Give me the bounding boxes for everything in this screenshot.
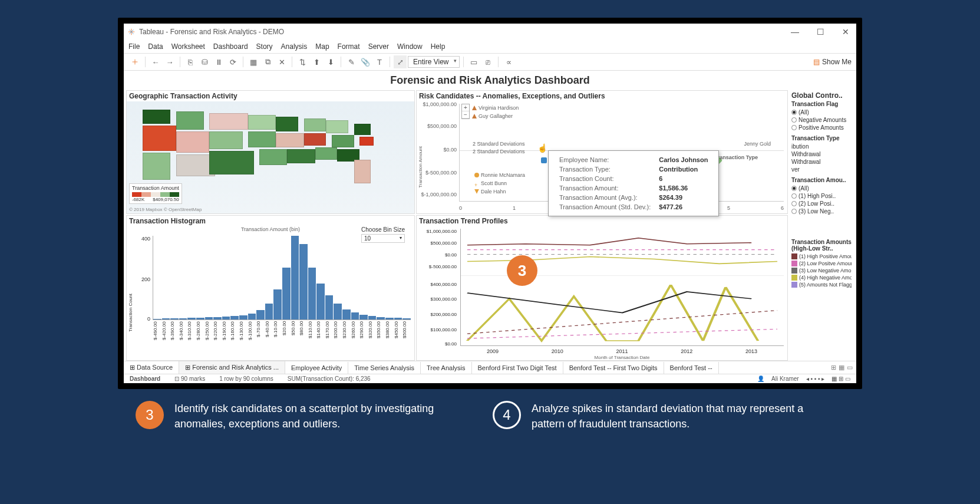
callout-text-4: Analyze spikes in standard deviation tha… bbox=[532, 401, 814, 431]
view-mode-select[interactable]: Entire View bbox=[408, 56, 460, 68]
histogram-bar[interactable] bbox=[239, 315, 248, 319]
histogram-bar[interactable] bbox=[377, 317, 385, 319]
presentation-button[interactable]: ⎚ bbox=[481, 55, 494, 68]
histogram-bar[interactable] bbox=[222, 317, 230, 319]
histogram-bar[interactable] bbox=[196, 318, 204, 319]
tab-benford2[interactable]: Benford Test -- First Two Digits bbox=[563, 362, 664, 374]
redo-button[interactable]: → bbox=[163, 55, 176, 68]
histogram-bar[interactable] bbox=[342, 309, 351, 319]
menu-worksheet[interactable]: Worksheet bbox=[171, 42, 205, 51]
histogram-bar[interactable] bbox=[213, 317, 222, 319]
histogram-bar[interactable] bbox=[265, 304, 273, 319]
legend-item[interactable]: (4) High Negative Amounts [Lesser Than.. bbox=[791, 274, 852, 281]
group-button[interactable]: 📎 bbox=[359, 55, 372, 68]
triangle-icon bbox=[472, 114, 477, 118]
tableau-icon[interactable] bbox=[128, 55, 141, 68]
histogram-bar[interactable] bbox=[187, 318, 196, 319]
trend-chart[interactable]: $1,000,000.00 $500,000.00 $0.00 $-500,00… bbox=[417, 226, 787, 360]
us-map[interactable]: Transaction Amount -682K $409,070.50 bbox=[127, 101, 414, 213]
share-button[interactable]: ∝ bbox=[502, 55, 515, 68]
histogram-bar[interactable] bbox=[402, 318, 411, 319]
new-worksheet-button[interactable]: ▦ bbox=[247, 55, 260, 68]
new-dashboard-icon[interactable]: ▦ bbox=[839, 364, 844, 371]
cards-button[interactable]: ▭ bbox=[467, 55, 480, 68]
map-zoom-controls[interactable]: + − bbox=[461, 104, 470, 119]
radio-positive[interactable]: Positive Amounts bbox=[791, 124, 852, 131]
histogram-bar[interactable] bbox=[316, 284, 325, 319]
menu-server[interactable]: Server bbox=[368, 42, 389, 51]
undo-button[interactable]: ← bbox=[149, 55, 162, 68]
plus-icon: + bbox=[474, 181, 479, 186]
radio-all[interactable]: (All) bbox=[791, 108, 852, 116]
histogram-bar[interactable] bbox=[325, 295, 334, 319]
new-sheet-icon[interactable]: ⊞ bbox=[831, 364, 836, 371]
histogram-bar[interactable] bbox=[230, 316, 239, 319]
histogram-bar[interactable] bbox=[308, 268, 316, 319]
menu-map[interactable]: Map bbox=[315, 42, 329, 51]
sort-asc-button[interactable]: ⬆ bbox=[310, 55, 323, 68]
maximize-button[interactable]: ☐ bbox=[813, 26, 828, 38]
histogram-bar[interactable] bbox=[299, 244, 308, 319]
tab-data-source[interactable]: ⊞ Data Source bbox=[124, 361, 179, 374]
histogram-bar[interactable] bbox=[162, 318, 170, 319]
show-me-button[interactable]: ▤ Show Me bbox=[813, 58, 852, 66]
duplicate-button[interactable]: ⧉ bbox=[261, 55, 274, 68]
tableau-logo-icon bbox=[127, 28, 136, 36]
menu-window[interactable]: Window bbox=[397, 42, 423, 51]
swap-button[interactable]: ⇅ bbox=[296, 55, 309, 68]
titlebar: Tableau - Forensic and Risk Analytics - … bbox=[124, 24, 856, 40]
legend-item[interactable]: (5) Amounts Not Flagged bbox=[791, 281, 852, 288]
legend-item[interactable]: (1) High Positive Amounts [Greater Than.… bbox=[791, 253, 852, 260]
legend-item[interactable]: (3) Low Negative Amounts [-$0.01 to -$.. bbox=[791, 267, 852, 274]
histogram-bar[interactable] bbox=[282, 268, 291, 319]
histogram-bar[interactable] bbox=[153, 319, 161, 319]
histogram-bar[interactable] bbox=[351, 312, 359, 319]
histogram-bar[interactable] bbox=[248, 314, 256, 319]
close-button[interactable]: ✕ bbox=[839, 26, 853, 38]
menu-help[interactable]: Help bbox=[431, 42, 446, 51]
menu-file[interactable]: File bbox=[128, 42, 140, 51]
histogram-bar[interactable] bbox=[179, 318, 187, 319]
histogram-bar[interactable] bbox=[334, 304, 342, 319]
text-button[interactable]: T bbox=[373, 55, 386, 68]
menu-analysis[interactable]: Analysis bbox=[281, 42, 308, 51]
save-button[interactable]: ⎘ bbox=[184, 55, 197, 68]
histogram-bar[interactable] bbox=[385, 318, 394, 319]
fit-button[interactable]: ⤢ bbox=[394, 55, 407, 68]
histogram-bar[interactable] bbox=[359, 315, 368, 319]
new-data-button[interactable]: ⛁ bbox=[198, 55, 211, 68]
zoom-in-icon[interactable]: + bbox=[462, 104, 469, 111]
histogram-bar[interactable] bbox=[256, 310, 265, 319]
highlight-button[interactable]: ✎ bbox=[345, 55, 358, 68]
menu-dashboard[interactable]: Dashboard bbox=[213, 42, 248, 51]
tab-forensic[interactable]: ⊞ Forensic and Risk Analytics ... bbox=[179, 361, 285, 374]
user-icon: 👤 bbox=[757, 375, 764, 382]
menu-story[interactable]: Story bbox=[256, 42, 273, 51]
histogram-bar[interactable] bbox=[368, 316, 377, 319]
histogram-bar[interactable] bbox=[205, 317, 213, 319]
tab-benford1[interactable]: Benford First Two Digit Test bbox=[472, 362, 563, 374]
minimize-button[interactable]: — bbox=[787, 26, 803, 38]
clear-button[interactable]: ✕ bbox=[275, 55, 288, 68]
tab-benford3[interactable]: Benford Test -- bbox=[664, 362, 719, 374]
radio-negative[interactable]: Negative Amounts bbox=[791, 116, 852, 124]
pause-button[interactable]: ⏸ bbox=[212, 55, 225, 68]
new-story-icon[interactable]: ▭ bbox=[847, 364, 853, 371]
sort-desc-button[interactable]: ⬇ bbox=[324, 55, 337, 68]
histogram-bar[interactable] bbox=[170, 318, 179, 319]
menu-format[interactable]: Format bbox=[338, 42, 360, 51]
menubar: File Data Worksheet Dashboard Story Anal… bbox=[124, 40, 856, 54]
legend-item[interactable]: (2) Low Positve Amounts [$0.01 to $50.. bbox=[791, 260, 852, 267]
tab-timeseries[interactable]: Time Series Analysis bbox=[348, 362, 421, 374]
zoom-out-icon[interactable]: − bbox=[462, 111, 469, 118]
filmstrip-icon[interactable]: ▦ ⊞ ▭ bbox=[831, 375, 850, 382]
histogram-bar[interactable] bbox=[273, 289, 282, 319]
menu-data[interactable]: Data bbox=[148, 42, 163, 51]
refresh-button[interactable]: ⟳ bbox=[226, 55, 239, 68]
tab-tree[interactable]: Tree Analysis bbox=[421, 362, 472, 374]
tab-employee[interactable]: Employee Activity bbox=[285, 362, 348, 374]
histogram-chart[interactable]: Transaction Amount (bin) Choose Bin Size… bbox=[127, 226, 414, 360]
histogram-bar[interactable] bbox=[394, 318, 402, 319]
histogram-bar[interactable] bbox=[291, 236, 299, 319]
callout-text-3: Identify risk candidates on a scatterplo… bbox=[174, 401, 457, 431]
